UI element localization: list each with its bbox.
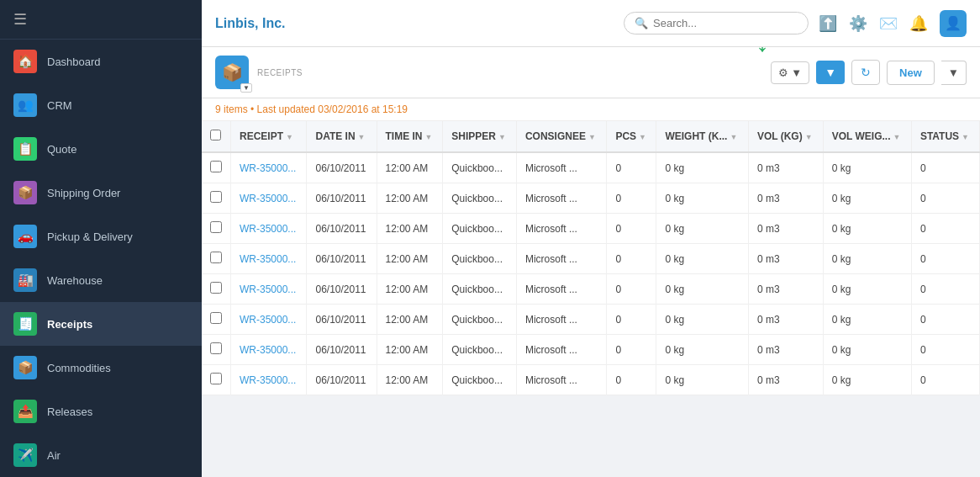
time-in-2: 12:00 AM — [377, 214, 443, 244]
pcs-5: 0 — [607, 305, 656, 335]
mail-icon[interactable]: ✉️ — [879, 14, 898, 33]
receipt-link-7[interactable]: WR-35000... — [231, 365, 307, 395]
sort-icon-8: ▼ — [805, 133, 813, 141]
sidebar-item-warehouse[interactable]: 🏭 Warehouse — [0, 258, 202, 302]
sidebar-item-releases[interactable]: 📤 Releases — [0, 390, 202, 433]
row-checkbox-7[interactable] — [202, 365, 231, 395]
vol-kg-5: 0 m3 — [748, 305, 823, 335]
quote-icon: 📋 — [13, 137, 37, 161]
table-row: WR-35000... 06/10/2011 12:00 AM Quickboo… — [202, 152, 980, 183]
sidebar-header: ☰ — [0, 0, 202, 40]
commodities-icon: 📦 — [13, 356, 37, 379]
col-header-2[interactable]: DATE IN▼ — [307, 121, 377, 152]
status-7: 0 — [911, 365, 979, 395]
col-header-4[interactable]: SHIPPER▼ — [443, 121, 517, 152]
row-checkbox-4[interactable] — [202, 274, 231, 305]
sidebar-item-pickup[interactable]: 🚗 Pickup & Delivery — [0, 215, 202, 258]
col-header-3[interactable]: TIME IN▼ — [377, 121, 443, 152]
row-checkbox-3[interactable] — [202, 244, 231, 274]
date-in-2: 06/10/2011 — [307, 214, 377, 244]
new-button[interactable]: New — [887, 61, 935, 85]
row-checkbox-2[interactable] — [202, 214, 231, 244]
sidebar: ☰ 🏠 Dashboard 👥 CRM 📋 Quote 📦 Shipping O… — [0, 0, 202, 477]
col-header-9[interactable]: VOL WEIG...▼ — [823, 121, 911, 152]
refresh-button[interactable]: ↻ — [851, 60, 880, 85]
sidebar-item-dashboard[interactable]: 🏠 Dashboard — [0, 40, 202, 83]
content-area: 📦 ▼ RECEIPTS ↓ ⚙ ▼ ▼ ↻ New ▼ — [202, 47, 980, 477]
status-bar: 9 items • Last updated 03/02/2016 at 15:… — [202, 98, 980, 121]
vol-kg-3: 0 m3 — [748, 244, 823, 274]
search-box[interactable]: 🔍 — [624, 12, 809, 34]
row-checkbox-0[interactable] — [202, 152, 231, 183]
sort-icon-5: ▼ — [588, 133, 596, 141]
col-header-1[interactable]: RECEIPT▼ — [231, 121, 307, 152]
col-label-7: WEIGHT (K... — [665, 130, 727, 142]
sidebar-item-shipping[interactable]: 📦 Shipping Order — [0, 171, 202, 215]
sidebar-label-commodities: Commodities — [47, 362, 111, 374]
col-header-6[interactable]: PCS▼ — [607, 121, 656, 152]
gear-dropdown-icon: ▼ — [791, 66, 802, 79]
new-dropdown-button[interactable]: ▼ — [941, 61, 967, 85]
bell-icon[interactable]: 🔔 — [909, 14, 928, 33]
vol-weig-6: 0 kg — [823, 335, 911, 365]
shipper-4: Quickboo... — [443, 274, 517, 305]
hamburger-icon[interactable]: ☰ — [13, 10, 27, 29]
shipper-5: Quickboo... — [443, 305, 517, 335]
col-header-0[interactable] — [202, 121, 231, 152]
settings-button[interactable]: ⚙ ▼ — [771, 61, 809, 84]
upload-icon[interactable]: ⬆️ — [819, 14, 837, 33]
table-row: WR-35000... 06/10/2011 12:00 AM Quickboo… — [202, 244, 980, 274]
row-checkbox-1[interactable] — [202, 183, 231, 214]
time-in-1: 12:00 AM — [377, 183, 443, 214]
shipper-1: Quickboo... — [443, 183, 517, 214]
filter-button[interactable]: ▼ — [816, 61, 845, 84]
sort-icon-3: ▼ — [425, 133, 433, 141]
pcs-3: 0 — [607, 244, 656, 274]
receipts-table: RECEIPT▼DATE IN▼TIME IN▼SHIPPER▼CONSIGNE… — [202, 121, 980, 395]
sidebar-item-air[interactable]: ✈️ Air — [0, 433, 202, 477]
row-checkbox-6[interactable] — [202, 335, 231, 365]
search-input[interactable] — [653, 17, 798, 29]
date-in-1: 06/10/2011 — [307, 183, 377, 214]
sidebar-item-crm[interactable]: 👥 CRM — [0, 83, 202, 127]
shipping-icon: 📦 — [13, 181, 37, 204]
row-checkbox-5[interactable] — [202, 305, 231, 335]
warehouse-icon: 🏭 — [13, 268, 37, 292]
receipt-link-2[interactable]: WR-35000... — [231, 214, 307, 244]
weight-3: 0 kg — [656, 244, 749, 274]
vol-kg-0: 0 m3 — [748, 152, 823, 183]
page-actions: ⚙ ▼ ▼ ↻ New ▼ — [771, 60, 967, 85]
sidebar-label-air: Air — [47, 449, 61, 462]
table-wrapper: RECEIPT▼DATE IN▼TIME IN▼SHIPPER▼CONSIGNE… — [202, 121, 980, 395]
col-header-7[interactable]: WEIGHT (K...▼ — [656, 121, 749, 152]
sidebar-label-warehouse: Warehouse — [47, 274, 103, 287]
receipt-link-0[interactable]: WR-35000... — [231, 152, 307, 183]
weight-7: 0 kg — [656, 365, 749, 395]
vol-kg-4: 0 m3 — [748, 274, 823, 305]
select-all-checkbox[interactable] — [210, 130, 221, 140]
vol-weig-7: 0 kg — [823, 365, 911, 395]
sidebar-item-commodities[interactable]: 📦 Commodities — [0, 346, 202, 390]
sort-icon-7: ▼ — [730, 133, 737, 141]
receipt-link-4[interactable]: WR-35000... — [231, 274, 307, 305]
col-header-8[interactable]: VOL (KG)▼ — [748, 121, 823, 152]
status-2: 0 — [911, 214, 979, 244]
sidebar-label-releases: Releases — [47, 405, 92, 418]
date-in-0: 06/10/2011 — [307, 152, 377, 183]
col-header-5[interactable]: CONSIGNEE▼ — [516, 121, 606, 152]
receipt-link-1[interactable]: WR-35000... — [231, 183, 307, 214]
table-row: WR-35000... 06/10/2011 12:00 AM Quickboo… — [202, 305, 980, 335]
receipt-link-5[interactable]: WR-35000... — [231, 305, 307, 335]
page-header: 📦 ▼ RECEIPTS ↓ ⚙ ▼ ▼ ↻ New ▼ — [202, 47, 980, 98]
sidebar-item-receipts[interactable]: 🧾 Receipts — [0, 302, 202, 346]
consignee-5: Microsoft ... — [516, 305, 606, 335]
col-header-10[interactable]: STATUS▼ — [911, 121, 979, 152]
avatar[interactable]: 👤 — [940, 10, 967, 37]
sidebar-item-quote[interactable]: 📋 Quote — [0, 127, 202, 171]
receipt-link-6[interactable]: WR-35000... — [231, 335, 307, 365]
table-row: WR-35000... 06/10/2011 12:00 AM Quickboo… — [202, 335, 980, 365]
receipt-link-3[interactable]: WR-35000... — [231, 244, 307, 274]
gear-icon[interactable]: ⚙️ — [849, 14, 867, 33]
table-row: WR-35000... 06/10/2011 12:00 AM Quickboo… — [202, 365, 980, 395]
shipper-0: Quickboo... — [443, 152, 517, 183]
